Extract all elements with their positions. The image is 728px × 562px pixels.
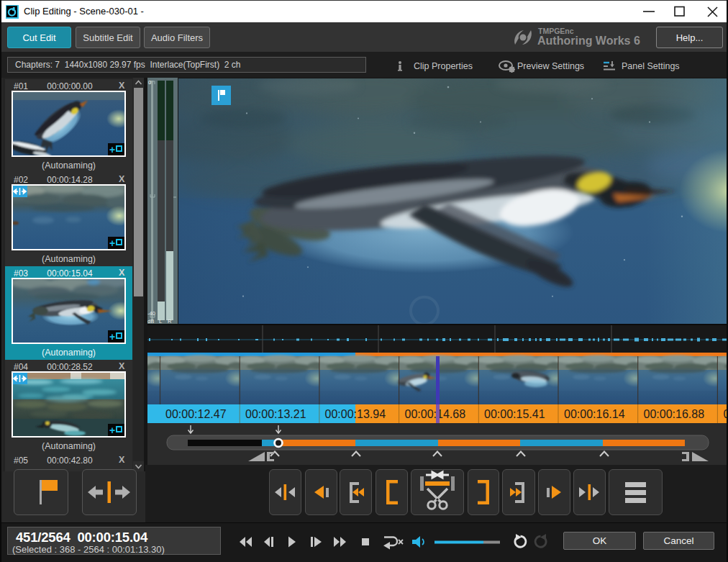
svg-text:00:00:13.94: 00:00:13.94: [325, 408, 386, 420]
svg-text:00:00:13.21: 00:00:13.21: [245, 408, 306, 420]
svg-text:00:00:14.68: 00:00:14.68: [405, 408, 466, 420]
svg-text:00:00:15.41: 00:00:15.41: [484, 408, 545, 420]
svg-text:R: R: [168, 318, 172, 324]
svg-text:00:: 00:: [724, 408, 728, 420]
svg-text:0: 0: [148, 79, 151, 86]
svg-text:00:00:16.88: 00:00:16.88: [644, 408, 705, 420]
svg-text:00:00:16.14: 00:00:16.14: [564, 408, 625, 420]
svg-text:-40: -40: [147, 310, 155, 317]
svg-text:00:00:12.47: 00:00:12.47: [165, 408, 227, 420]
svg-text:L: L: [159, 318, 162, 324]
svg-text:dB: dB: [147, 318, 154, 324]
